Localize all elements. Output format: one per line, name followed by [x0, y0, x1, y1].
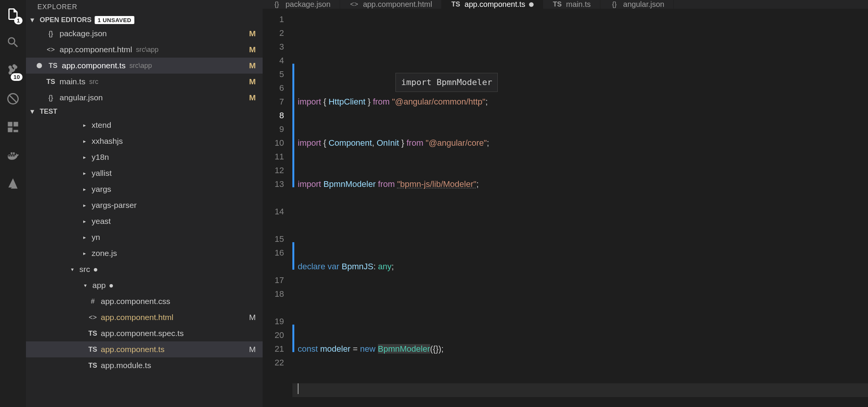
html-icon: <> [46, 46, 56, 54]
open-editors-label: OPEN EDITORS [40, 16, 92, 24]
line-number: 7 [263, 95, 292, 109]
ts-icon: TS [552, 0, 562, 8]
folder-item[interactable]: ▸yargs-parser [26, 197, 263, 213]
file-path: src\app [129, 62, 152, 70]
activity-docker[interactable] [4, 146, 22, 164]
file-item[interactable]: TSapp.component.tsM [26, 341, 263, 357]
activity-debug[interactable] [4, 90, 22, 108]
file-item[interactable]: <>app.component.htmlM [26, 309, 263, 325]
ts-icon: TS [88, 362, 98, 370]
folder-name: yargs-parser [92, 201, 137, 210]
folder-item[interactable]: ▸yallist [26, 165, 263, 181]
chevron-right-icon: ▸ [83, 186, 89, 192]
line-number: 12 [263, 164, 292, 177]
ts-icon: TS [451, 0, 461, 8]
code-line: import { HttpClient } from "@angular/com… [292, 95, 868, 109]
file-name: main.ts [60, 77, 86, 86]
app-root: 1 10 EXPLORER ▾ OPEN EDITORS 1 UNSAVED [0, 0, 868, 407]
activity-files[interactable]: 1 [4, 5, 22, 23]
chevron-right-icon: ▸ [83, 138, 89, 144]
activity-search[interactable] [4, 34, 22, 51]
json-icon: {} [272, 0, 282, 8]
folder-name: app [92, 281, 106, 290]
chevron-right-icon: ▸ [83, 218, 89, 224]
line-number: 9 [263, 122, 292, 136]
folder-name: yargs [92, 185, 111, 194]
line-number: 5 [263, 68, 292, 81]
modified-indicator: M [249, 313, 256, 322]
folder-app[interactable]: ▾app● [26, 277, 263, 293]
file-item[interactable]: #app.component.css [26, 293, 263, 309]
folder-name: yeast [92, 217, 111, 226]
sidebar: EXPLORER ▾ OPEN EDITORS 1 UNSAVED {} pac… [26, 0, 263, 407]
ref-gutter [263, 219, 292, 232]
project-header[interactable]: ▾ TEST [26, 106, 263, 117]
tab-label: app.component.html [363, 0, 432, 9]
file-item[interactable]: TSapp.module.ts [26, 357, 263, 373]
activity-azure[interactable] [4, 175, 22, 192]
code-line [292, 219, 868, 232]
json-icon: {} [46, 94, 56, 102]
folder-item[interactable]: ▸yargs [26, 181, 263, 197]
modified-indicator: M [249, 345, 256, 354]
line-number: 16 [263, 246, 292, 260]
file-name: app.component.ts [101, 345, 165, 354]
chevron-right-icon: ▸ [83, 250, 89, 256]
mod-bar [292, 64, 294, 187]
folder-item[interactable]: ▸yeast [26, 213, 263, 229]
folder-item[interactable]: ▸xtend [26, 117, 263, 133]
open-editor-item[interactable]: {} package.json M [26, 26, 263, 42]
modified-indicator: M [249, 93, 256, 102]
folder-item[interactable]: ▸yn [26, 229, 263, 245]
sidebar-title: EXPLORER [26, 0, 263, 14]
file-path: src [89, 78, 98, 86]
json-icon: {} [46, 30, 56, 38]
debug-icon [6, 92, 20, 106]
file-name: package.json [60, 29, 107, 38]
folder-item[interactable]: ▸xxhashjs [26, 133, 263, 149]
line-number: 15 [263, 232, 292, 246]
folder-src[interactable]: ▾src● [26, 261, 263, 277]
open-editor-item[interactable]: <> app.component.html src\app M [26, 42, 263, 58]
open-editor-item[interactable]: {} angular.json M [26, 90, 263, 106]
open-editor-item[interactable]: TS main.ts src M [26, 74, 263, 90]
tab-label: main.ts [566, 0, 590, 9]
tab-angular-json[interactable]: {}angular.json [600, 0, 674, 9]
tab-label: package.json [286, 0, 331, 9]
chevron-down-icon: ▾ [31, 16, 37, 24]
status-dot: ● [109, 281, 114, 290]
line-number: 10 [263, 136, 292, 150]
activity-extensions[interactable] [4, 118, 22, 136]
folder-item[interactable]: ▸zone.js [26, 245, 263, 261]
folder-name: xtend [92, 121, 111, 130]
chevron-right-icon: ▸ [83, 234, 89, 240]
file-item[interactable]: TSapp.component.spec.ts [26, 325, 263, 341]
file-name: app.component.ts [62, 61, 126, 70]
json-icon: {} [610, 0, 620, 8]
code-editor[interactable]: import { HttpClient } from "@angular/com… [292, 9, 868, 407]
tab-app-component-ts[interactable]: TSapp.component.ts [442, 0, 543, 9]
activity-bar: 1 10 [0, 0, 26, 407]
tab-label: app.component.ts [465, 0, 525, 9]
project-label: TEST [40, 108, 57, 116]
unsaved-pill: 1 UNSAVED [95, 16, 134, 24]
tab-main-ts[interactable]: TSmain.ts [543, 0, 600, 9]
line-number: 1 [263, 13, 292, 26]
search-icon [6, 35, 20, 49]
line-number: 19 [263, 315, 292, 328]
file-name: app.component.css [101, 297, 170, 306]
line-gutter: 1 2 3 4 5 6 7 8 9 10 11 12 13 14 15 16 1… [263, 9, 292, 407]
tab-package-json[interactable]: {}package.json [263, 0, 340, 9]
code-line [292, 301, 868, 315]
extensions-icon [6, 120, 20, 134]
tab-app-component-html[interactable]: <>app.component.html [340, 0, 442, 9]
open-editor-item[interactable]: TS app.component.ts src\app M [26, 58, 263, 74]
open-editors-list: {} package.json M <> app.component.html … [26, 26, 263, 106]
folder-item[interactable]: ▸y18n [26, 149, 263, 165]
open-editors-header[interactable]: ▾ OPEN EDITORS 1 UNSAVED [26, 14, 263, 26]
line-number: 17 [263, 273, 292, 287]
tab-bar: {}package.json <>app.component.html TSap… [263, 0, 868, 9]
line-number: 22 [263, 356, 292, 370]
activity-scm[interactable]: 10 [4, 62, 22, 79]
folder-name: zone.js [92, 249, 117, 258]
